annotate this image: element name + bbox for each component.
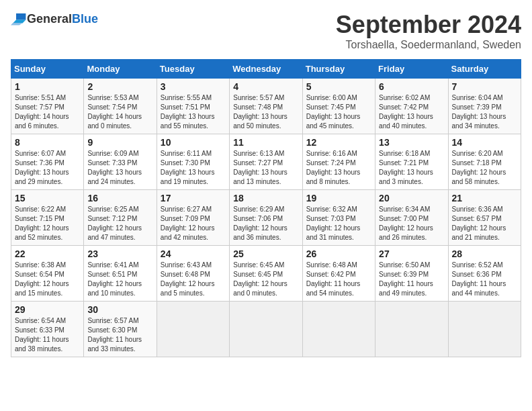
day-number: 7 bbox=[452, 81, 517, 92]
day-number: 25 bbox=[233, 248, 298, 259]
day-number: 28 bbox=[452, 248, 517, 259]
day-number: 10 bbox=[161, 137, 226, 148]
svg-marker-1 bbox=[13, 20, 26, 24]
day-number: 22 bbox=[15, 248, 80, 259]
calendar-week-row: 8 Sunrise: 6:07 AMSunset: 7:36 PMDayligh… bbox=[11, 134, 521, 190]
day-number: 24 bbox=[161, 248, 226, 259]
day-info: Sunrise: 6:04 AMSunset: 7:39 PMDaylight:… bbox=[452, 93, 517, 131]
day-info: Sunrise: 6:27 AMSunset: 7:09 PMDaylight:… bbox=[161, 205, 226, 242]
calendar: SundayMondayTuesdayWednesdayThursdayFrid… bbox=[11, 59, 521, 357]
day-number: 20 bbox=[379, 193, 444, 203]
day-number: 29 bbox=[15, 304, 80, 315]
day-info: Sunrise: 6:45 AMSunset: 6:45 PMDaylight:… bbox=[233, 261, 298, 298]
day-info: Sunrise: 6:18 AMSunset: 7:21 PMDaylight:… bbox=[379, 149, 444, 187]
day-number: 18 bbox=[233, 193, 298, 203]
day-info: Sunrise: 5:55 AMSunset: 7:51 PMDaylight:… bbox=[161, 93, 226, 131]
calendar-cell: 20 Sunrise: 6:34 AMSunset: 7:00 PMDaylig… bbox=[375, 190, 448, 246]
calendar-cell: 14 Sunrise: 6:20 AMSunset: 7:18 PMDaylig… bbox=[448, 134, 521, 190]
calendar-week-row: 15 Sunrise: 6:22 AMSunset: 7:15 PMDaylig… bbox=[11, 190, 521, 246]
day-number: 30 bbox=[87, 304, 152, 315]
day-info: Sunrise: 6:57 AMSunset: 6:30 PMDaylight:… bbox=[87, 316, 152, 354]
calendar-cell: 1 Sunrise: 5:51 AMSunset: 7:57 PMDayligh… bbox=[11, 79, 84, 134]
day-number: 26 bbox=[306, 248, 371, 259]
calendar-cell: 30 Sunrise: 6:57 AMSunset: 6:30 PMDaylig… bbox=[84, 302, 157, 357]
day-info: Sunrise: 5:51 AMSunset: 7:57 PMDaylight:… bbox=[15, 93, 80, 131]
day-info: Sunrise: 6:34 AMSunset: 7:00 PMDaylight:… bbox=[379, 205, 444, 242]
day-number: 17 bbox=[161, 193, 226, 203]
calendar-cell bbox=[302, 302, 375, 357]
day-info: Sunrise: 6:22 AMSunset: 7:15 PMDaylight:… bbox=[15, 205, 80, 242]
day-info: Sunrise: 5:57 AMSunset: 7:48 PMDaylight:… bbox=[233, 93, 298, 131]
day-info: Sunrise: 6:13 AMSunset: 7:27 PMDaylight:… bbox=[233, 149, 298, 187]
day-info: Sunrise: 6:07 AMSunset: 7:36 PMDaylight:… bbox=[15, 149, 80, 187]
day-info: Sunrise: 6:20 AMSunset: 7:18 PMDaylight:… bbox=[452, 149, 517, 187]
svg-marker-0 bbox=[16, 13, 26, 20]
calendar-cell bbox=[375, 302, 448, 357]
calendar-cell: 7 Sunrise: 6:04 AMSunset: 7:39 PMDayligh… bbox=[448, 79, 521, 134]
day-number: 8 bbox=[15, 137, 80, 148]
calendar-cell bbox=[157, 302, 229, 357]
day-number: 11 bbox=[233, 137, 298, 148]
day-number: 19 bbox=[306, 193, 371, 203]
calendar-cell: 2 Sunrise: 5:53 AMSunset: 7:54 PMDayligh… bbox=[84, 79, 157, 134]
calendar-cell: 6 Sunrise: 6:02 AMSunset: 7:42 PMDayligh… bbox=[375, 79, 448, 134]
day-number: 15 bbox=[15, 193, 80, 203]
day-info: Sunrise: 6:38 AMSunset: 6:54 PMDaylight:… bbox=[15, 261, 80, 298]
calendar-cell: 4 Sunrise: 5:57 AMSunset: 7:48 PMDayligh… bbox=[230, 79, 302, 134]
calendar-cell: 19 Sunrise: 6:32 AMSunset: 7:03 PMDaylig… bbox=[302, 190, 375, 246]
calendar-cell: 16 Sunrise: 6:25 AMSunset: 7:12 PMDaylig… bbox=[84, 190, 157, 246]
day-info: Sunrise: 6:09 AMSunset: 7:33 PMDaylight:… bbox=[87, 149, 152, 187]
calendar-cell: 22 Sunrise: 6:38 AMSunset: 6:54 PMDaylig… bbox=[11, 246, 84, 302]
logo: GeneralBlue bbox=[11, 11, 98, 27]
day-number: 6 bbox=[379, 81, 444, 92]
day-info: Sunrise: 6:16 AMSunset: 7:24 PMDaylight:… bbox=[306, 149, 371, 187]
logo-icon bbox=[11, 11, 27, 27]
calendar-week-row: 1 Sunrise: 5:51 AMSunset: 7:57 PMDayligh… bbox=[11, 79, 521, 134]
day-info: Sunrise: 6:00 AMSunset: 7:45 PMDaylight:… bbox=[306, 93, 371, 131]
day-number: 14 bbox=[452, 137, 517, 148]
day-number: 16 bbox=[87, 193, 152, 203]
calendar-cell: 12 Sunrise: 6:16 AMSunset: 7:24 PMDaylig… bbox=[302, 134, 375, 190]
day-info: Sunrise: 6:41 AMSunset: 6:51 PMDaylight:… bbox=[87, 261, 152, 298]
calendar-cell: 17 Sunrise: 6:27 AMSunset: 7:09 PMDaylig… bbox=[157, 190, 229, 246]
calendar-cell: 5 Sunrise: 6:00 AMSunset: 7:45 PMDayligh… bbox=[302, 79, 375, 134]
weekday-header-wednesday: Wednesday bbox=[230, 60, 302, 79]
calendar-cell: 3 Sunrise: 5:55 AMSunset: 7:51 PMDayligh… bbox=[157, 79, 229, 134]
day-info: Sunrise: 6:36 AMSunset: 6:57 PMDaylight:… bbox=[452, 205, 517, 242]
logo-blue: Blue bbox=[72, 12, 98, 26]
calendar-cell bbox=[230, 302, 302, 357]
day-info: Sunrise: 6:25 AMSunset: 7:12 PMDaylight:… bbox=[87, 205, 152, 242]
calendar-cell: 28 Sunrise: 6:52 AMSunset: 6:36 PMDaylig… bbox=[448, 246, 521, 302]
weekday-header-saturday: Saturday bbox=[448, 60, 521, 79]
calendar-cell: 11 Sunrise: 6:13 AMSunset: 7:27 PMDaylig… bbox=[230, 134, 302, 190]
calendar-cell: 10 Sunrise: 6:11 AMSunset: 7:30 PMDaylig… bbox=[157, 134, 229, 190]
day-number: 23 bbox=[87, 248, 152, 259]
day-info: Sunrise: 6:52 AMSunset: 6:36 PMDaylight:… bbox=[452, 261, 517, 298]
calendar-cell: 15 Sunrise: 6:22 AMSunset: 7:15 PMDaylig… bbox=[11, 190, 84, 246]
calendar-cell: 26 Sunrise: 6:48 AMSunset: 6:42 PMDaylig… bbox=[302, 246, 375, 302]
day-number: 21 bbox=[452, 193, 517, 203]
day-number: 9 bbox=[87, 137, 152, 148]
weekday-header-thursday: Thursday bbox=[302, 60, 375, 79]
calendar-cell bbox=[448, 302, 521, 357]
calendar-week-row: 22 Sunrise: 6:38 AMSunset: 6:54 PMDaylig… bbox=[11, 246, 521, 302]
weekday-header-tuesday: Tuesday bbox=[157, 60, 229, 79]
day-info: Sunrise: 6:43 AMSunset: 6:48 PMDaylight:… bbox=[161, 261, 226, 298]
calendar-cell: 27 Sunrise: 6:50 AMSunset: 6:39 PMDaylig… bbox=[375, 246, 448, 302]
day-number: 13 bbox=[379, 137, 444, 148]
svg-marker-2 bbox=[11, 23, 23, 25]
header: GeneralBlue September 2024 Torshaella, S… bbox=[11, 11, 521, 51]
day-info: Sunrise: 6:48 AMSunset: 6:42 PMDaylight:… bbox=[306, 261, 371, 298]
calendar-cell: 13 Sunrise: 6:18 AMSunset: 7:21 PMDaylig… bbox=[375, 134, 448, 190]
calendar-cell: 25 Sunrise: 6:45 AMSunset: 6:45 PMDaylig… bbox=[230, 246, 302, 302]
day-number: 1 bbox=[15, 81, 80, 92]
calendar-cell: 8 Sunrise: 6:07 AMSunset: 7:36 PMDayligh… bbox=[11, 134, 84, 190]
day-number: 27 bbox=[379, 248, 444, 259]
day-number: 3 bbox=[161, 81, 226, 92]
weekday-header-sunday: Sunday bbox=[11, 60, 84, 79]
weekday-header-row: SundayMondayTuesdayWednesdayThursdayFrid… bbox=[11, 60, 521, 79]
calendar-cell: 23 Sunrise: 6:41 AMSunset: 6:51 PMDaylig… bbox=[84, 246, 157, 302]
day-number: 12 bbox=[306, 137, 371, 148]
logo-general: General bbox=[27, 12, 72, 26]
weekday-header-friday: Friday bbox=[375, 60, 448, 79]
